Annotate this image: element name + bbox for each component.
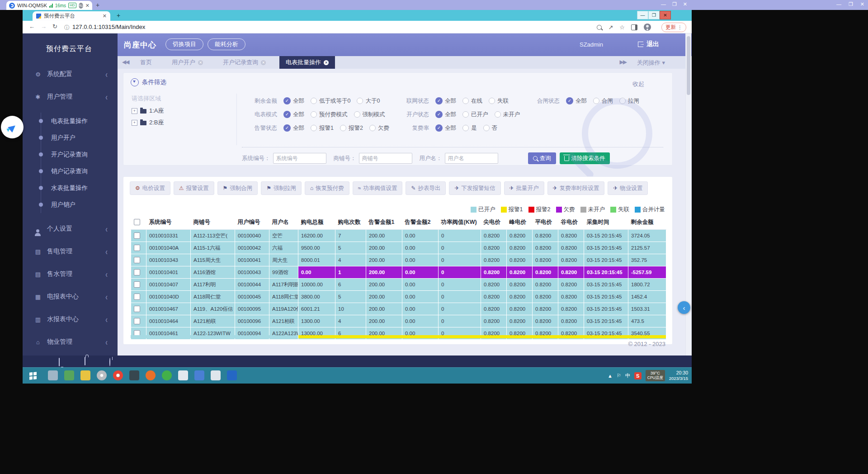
table-row[interactable]: 0010010467A119、A120佰信00100095A119A120佰信6…: [131, 303, 666, 315]
reload-icon[interactable]: ↻: [52, 23, 57, 30]
radio-option[interactable]: 未开户: [495, 111, 520, 118]
profile-avatar[interactable]: [644, 24, 651, 31]
collapse-link[interactable]: 收起: [632, 80, 644, 88]
select-all-checkbox[interactable]: [134, 219, 140, 225]
toolbar-button-报警设置[interactable]: ⚠报警设置: [174, 181, 214, 195]
radio-icon[interactable]: [311, 125, 317, 131]
radio-option[interactable]: 欠费: [369, 124, 389, 132]
keyboard-icon[interactable]: [129, 370, 139, 380]
monitor-app-icon[interactable]: [178, 370, 188, 380]
radio-icon[interactable]: [483, 125, 490, 131]
sidebar-subitem[interactable]: 水表批量操作: [41, 180, 118, 196]
sidebar-subitem[interactable]: 电表批量操作: [41, 113, 118, 129]
sidebar-subitem[interactable]: 用户开户: [41, 129, 118, 146]
radio-option[interactable]: 报警1: [311, 124, 334, 132]
sidebar-subitem[interactable]: 销户记录查询: [41, 163, 118, 180]
network-app-icon[interactable]: [64, 370, 74, 380]
sidebar-item-2[interactable]: ✱用户管理‹: [33, 90, 118, 104]
sidebar-item-3[interactable]: 个人设置‹: [33, 222, 118, 236]
radio-option[interactable]: 已开户: [462, 111, 488, 118]
radio-option[interactable]: ✓全部: [566, 97, 587, 105]
sidebar-item-8[interactable]: ⌂物业管理‹: [33, 335, 118, 349]
site-info-icon[interactable]: ⓘ: [64, 24, 70, 32]
settings-app-icon[interactable]: [194, 370, 204, 380]
username-input[interactable]: [445, 153, 498, 164]
table-row[interactable]: 0010010401A116酒馆0010004399酒馆0.001200.000…: [131, 266, 666, 279]
tabs-scroll-right-icon[interactable]: ▶▶: [620, 59, 626, 65]
radio-checked-icon[interactable]: ✓: [283, 97, 291, 104]
radio-option[interactable]: 在线: [462, 97, 482, 105]
system-code-input[interactable]: [273, 153, 326, 164]
radio-option[interactable]: ✓全部: [283, 111, 304, 118]
radio-option[interactable]: 是: [462, 124, 477, 132]
toolbar-button-复费率时段设置[interactable]: ✈复费率时段设置: [547, 181, 605, 195]
browser-tab-close-icon[interactable]: ✕: [103, 13, 107, 19]
collapse-fab-button[interactable]: ‹: [678, 301, 690, 314]
row-checkbox[interactable]: [134, 318, 140, 324]
radio-option[interactable]: 否: [483, 124, 498, 132]
taskbar-clock[interactable]: 20:30 2023/3/15: [669, 370, 688, 381]
monitor-icon[interactable]: [59, 358, 60, 366]
toolbar-button-功率阀值设置[interactable]: ≈功率阀值设置: [353, 181, 403, 195]
side-panel-icon[interactable]: [631, 24, 637, 30]
radio-option[interactable]: 大于0: [357, 97, 380, 105]
radio-icon[interactable]: [462, 98, 469, 104]
row-checkbox[interactable]: [134, 257, 140, 263]
radio-icon[interactable]: [369, 125, 376, 131]
radio-checked-icon[interactable]: ✓: [435, 97, 443, 104]
url-text[interactable]: 127.0.0.1:10315/Main/Index: [72, 24, 145, 30]
folder-icon[interactable]: [80, 370, 90, 380]
browser-new-tab-button[interactable]: +: [117, 12, 120, 19]
radio-checked-icon[interactable]: ✓: [435, 111, 443, 118]
logout-button[interactable]: 退出: [638, 40, 659, 48]
radio-checked-icon[interactable]: ✓: [283, 124, 291, 132]
sidebar-subitem[interactable]: 用户销户: [41, 196, 118, 213]
radio-option[interactable]: 强制模式: [354, 111, 385, 118]
toolbar-button-下发报警短信[interactable]: ✈下发报警短信: [449, 181, 500, 195]
radio-option[interactable]: ✓全部: [435, 124, 456, 132]
viewer-window-controls[interactable]: —❐✕: [836, 1, 864, 7]
row-checkbox[interactable]: [134, 306, 140, 312]
toolbar-button-批量开户[interactable]: ✈批量开户: [504, 181, 544, 195]
tabs-scroll-left-icon[interactable]: ◀◀: [122, 59, 128, 65]
radio-option[interactable]: 预付费模式: [311, 111, 348, 118]
tab-电表批量操作[interactable]: 电表批量操作✕: [279, 56, 335, 69]
radio-option[interactable]: 失联: [489, 97, 509, 105]
printer-icon[interactable]: [48, 370, 58, 380]
sidebar-item-4[interactable]: ▤售电管理‹: [33, 245, 118, 258]
browser-tab[interactable]: 预付费云平台 ✕: [33, 11, 110, 21]
tab-close-icon[interactable]: ✕: [198, 60, 203, 65]
toolbar-button-电价设置[interactable]: ⚙电价设置: [130, 181, 170, 195]
expand-icon[interactable]: +: [132, 108, 137, 114]
back-icon[interactable]: ←: [29, 23, 35, 30]
share-icon[interactable]: ↗: [608, 24, 613, 31]
radio-checked-icon[interactable]: ✓: [283, 111, 291, 118]
radio-icon[interactable]: [311, 111, 317, 118]
browser-update-button[interactable]: 更新⋮: [661, 23, 686, 32]
tab-用户开户[interactable]: 用户开户✕: [165, 56, 209, 69]
toolbar-button-强制合闸[interactable]: ⚑强制合闸: [217, 181, 258, 195]
row-checkbox[interactable]: [134, 281, 140, 288]
table-row[interactable]: 001001040DA118同仁堂00100045A118同仁堂3800.005…: [131, 291, 666, 303]
radio-option[interactable]: ✓全部: [283, 97, 304, 105]
tab-close-icon[interactable]: ✕: [324, 60, 329, 65]
tab-close-icon[interactable]: ✕: [261, 60, 266, 65]
shop-number-input[interactable]: [359, 153, 412, 164]
close-operations-dropdown[interactable]: 关闭操作 ▾: [637, 59, 665, 67]
tree-node-a[interactable]: + 1:A座: [132, 107, 164, 115]
tab-开户记录查询[interactable]: 开户记录查询✕: [217, 56, 272, 69]
radio-option[interactable]: ✓全部: [435, 111, 456, 118]
green-app-icon[interactable]: [162, 370, 172, 380]
radio-icon[interactable]: [462, 125, 469, 131]
toolbar-button-抄表导出[interactable]: ✎抄表导出: [406, 181, 446, 195]
radio-option[interactable]: ✓全部: [435, 97, 456, 105]
query-button[interactable]: 查询: [528, 152, 556, 164]
chrome-minimize-button[interactable]: —: [637, 11, 648, 19]
table-row[interactable]: 0010010407A117利明00100044A117利明眼镜10000.00…: [131, 279, 666, 291]
viewer-new-tab-button[interactable]: +: [96, 1, 99, 9]
row-checkbox[interactable]: [134, 269, 140, 275]
chrome-icon[interactable]: [113, 370, 123, 380]
firefox-icon[interactable]: [146, 370, 156, 380]
energy-analysis-button[interactable]: 能耗分析: [208, 38, 245, 50]
radio-option[interactable]: 报警2: [340, 124, 363, 132]
